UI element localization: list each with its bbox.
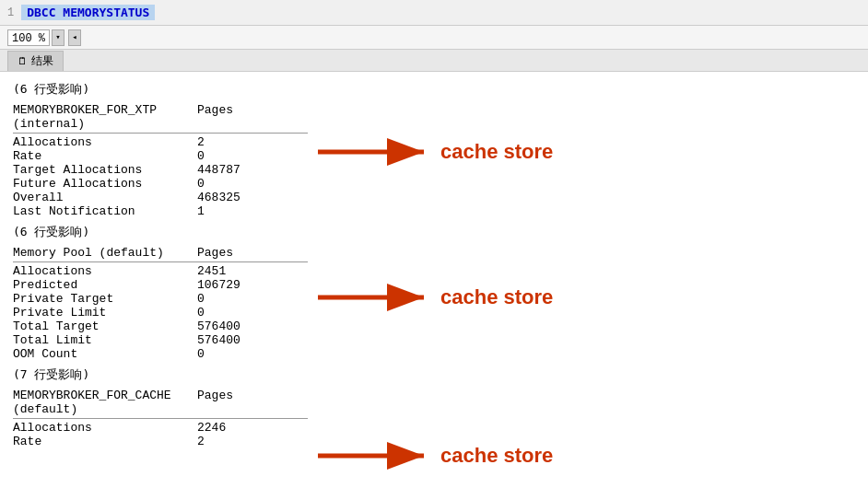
table-row: Last Notification 1: [13, 204, 855, 218]
header-name-3: MEMORYBROKER_FOR_CACHE (default): [13, 389, 197, 416]
rows-affected-2: (6 行受影响): [13, 224, 855, 240]
row-value: 576400: [197, 320, 271, 333]
results-tab-icon: 🗒: [18, 55, 28, 67]
row-value: 448787: [197, 163, 271, 177]
row-value: 1: [197, 204, 271, 218]
row-value: 106729: [197, 278, 271, 292]
query-bar: 1 DBCC MEMORYSTATUS: [0, 0, 868, 26]
row-value: 0: [197, 306, 271, 320]
tab-results[interactable]: 🗒 结果: [7, 51, 64, 71]
row-label: Private Target: [13, 292, 197, 306]
row-label: Allocations: [13, 421, 197, 435]
divider-1: [13, 133, 308, 134]
row-label: Total Target: [13, 320, 197, 333]
rows-affected-3: (7 行受影响): [13, 366, 855, 383]
section-3: (7 行受影响) MEMORYBROKER_FOR_CACHE (default…: [13, 366, 855, 448]
results-area: (6 行受影响) MEMORYBROKER_FOR_XTP (internal)…: [0, 72, 868, 488]
row-label: Overall: [13, 191, 197, 204]
arrow-icon-2: [313, 284, 433, 311]
row-label: Rate: [13, 435, 197, 448]
row-label: OOM Count: [13, 347, 197, 361]
line-number: 1: [7, 6, 14, 19]
divider-2: [13, 261, 308, 262]
table-row: Overall 468325: [13, 191, 855, 204]
row-value: 0: [197, 149, 271, 163]
rows-affected-1: (6 行受影响): [13, 81, 855, 98]
row-label: Allocations: [13, 264, 197, 278]
annotation-1: cache store: [313, 138, 553, 166]
header-name-2: Memory Pool (default): [13, 246, 197, 260]
row-value: 0: [197, 177, 271, 191]
table-row: Total Limit 576400: [13, 333, 855, 347]
row-value: 2246: [197, 421, 271, 435]
header-pages-1: Pages: [197, 103, 271, 131]
scroll-left-btn[interactable]: ◂: [68, 29, 81, 46]
row-label: Private Limit: [13, 306, 197, 320]
row-label: Total Limit: [13, 333, 197, 347]
row-value: 468325: [197, 191, 271, 204]
zoom-value: 100 %: [7, 29, 50, 46]
section-2-header: Memory Pool (default) Pages: [13, 246, 855, 260]
section-1-header: MEMORYBROKER_FOR_XTP (internal) Pages: [13, 103, 855, 131]
results-tab-label: 结果: [31, 53, 53, 69]
table-row: Allocations 2246: [13, 421, 855, 435]
row-value: 2: [197, 135, 271, 149]
toolbar: 100 % ▾ ◂: [0, 26, 868, 50]
row-value: 576400: [197, 333, 271, 347]
row-label: Last Notification: [13, 204, 197, 218]
row-value: 2: [197, 435, 271, 448]
row-label: Future Allocations: [13, 177, 197, 191]
row-label: Allocations: [13, 135, 197, 149]
cache-store-label-2: cache store: [440, 285, 553, 309]
row-label: Predicted: [13, 278, 197, 292]
query-text: DBCC MEMORYSTATUS: [21, 5, 155, 20]
divider-3: [13, 418, 308, 419]
keyword-memorystatus: MEMORYSTATUS: [63, 6, 149, 19]
row-label: Target Allocations: [13, 163, 197, 177]
row-value: 0: [197, 347, 271, 361]
annotation-2: cache store: [313, 284, 553, 311]
header-pages-2: Pages: [197, 246, 271, 260]
row-label: Rate: [13, 149, 197, 163]
tab-bar: 🗒 结果: [0, 50, 868, 72]
header-pages-3: Pages: [197, 389, 271, 416]
keyword-dbcc: DBCC: [27, 6, 55, 19]
annotation-3: cache store: [313, 442, 553, 470]
table-row: OOM Count 0: [13, 347, 855, 361]
cache-store-label-1: cache store: [440, 140, 553, 164]
cache-store-label-3: cache store: [440, 444, 553, 468]
section-3-header: MEMORYBROKER_FOR_CACHE (default) Pages: [13, 389, 855, 416]
table-row: Allocations 2451: [13, 264, 855, 278]
table-row: Future Allocations 0: [13, 177, 855, 191]
row-value: 2451: [197, 264, 271, 278]
table-row: Total Target 576400: [13, 320, 855, 333]
arrow-icon-1: [313, 138, 433, 166]
row-value: 0: [197, 292, 271, 306]
zoom-display: 100 % ▾ ◂: [7, 29, 81, 46]
header-name-1: MEMORYBROKER_FOR_XTP (internal): [13, 103, 197, 131]
arrow-icon-3: [313, 442, 433, 470]
zoom-dropdown-btn[interactable]: ▾: [52, 29, 65, 46]
